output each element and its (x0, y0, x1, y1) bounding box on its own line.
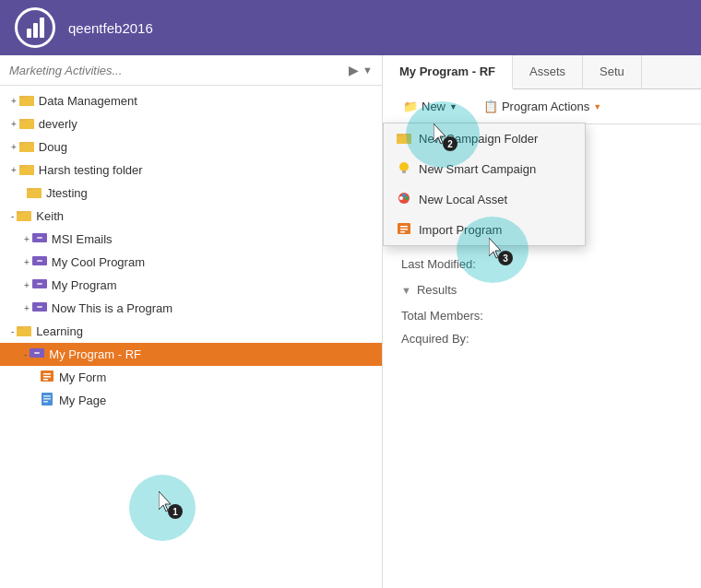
program-actions-button[interactable]: 📋 Program Actions ▼ (474, 95, 611, 118)
tree-folder-icon (19, 93, 34, 109)
search-input[interactable] (9, 64, 343, 77)
results-label: Results (417, 283, 457, 297)
tree-folder-icon (27, 185, 42, 201)
program-actions-dropdown-icon: ▼ (593, 102, 601, 112)
tree-item-label: Data Management (39, 94, 137, 108)
svg-rect-1 (19, 96, 26, 99)
svg-rect-15 (37, 260, 42, 262)
logo (15, 7, 55, 48)
svg-rect-23 (34, 352, 40, 354)
menu-item-label: New Local Asset (419, 193, 507, 206)
tree-folder-icon (19, 116, 34, 132)
svg-rect-3 (19, 119, 26, 122)
tree-item[interactable]: +Doug (0, 135, 382, 159)
tree-expand-icon: + (24, 280, 30, 290)
search-submit-icon[interactable]: ▶ (349, 63, 359, 77)
tree-item[interactable]: +deverly (0, 112, 382, 135)
menu-item-label: New Campaign Folder (419, 132, 538, 146)
tab-setup[interactable]: Setu (583, 55, 642, 88)
tree-folder-icon (32, 300, 47, 316)
tree-item[interactable]: +Harsh testing folder (0, 159, 382, 182)
menu-item-4[interactable]: Import Program (384, 215, 585, 245)
field-label: Total Members: (401, 309, 512, 323)
svg-rect-42 (400, 229, 408, 230)
menu-item-label: Import Program (419, 223, 502, 237)
results-fields: Total Members:Acquired By: (401, 304, 683, 350)
tree-item-label: Learning (36, 324, 83, 338)
svg-rect-27 (43, 379, 48, 381)
logo-icon (27, 18, 44, 38)
tree-folder-icon (40, 393, 54, 408)
tree-folder-icon (19, 162, 34, 178)
search-icons: ▶ ▼ (349, 63, 373, 77)
new-menu: New Campaign FolderNew Smart CampaignNew… (383, 123, 586, 246)
svg-rect-21 (17, 326, 23, 329)
tab-assets[interactable]: Assets (513, 55, 583, 88)
new-button[interactable]: 📁 New ▼ (394, 95, 467, 118)
field-label: Last Modified: (401, 257, 512, 271)
tree-item[interactable]: +My Cool Program (0, 251, 382, 274)
tree-item[interactable]: +Data Management (0, 89, 382, 112)
tree-item-label: deverly (39, 117, 77, 131)
tree-expand-icon: + (11, 96, 17, 106)
svg-rect-7 (19, 165, 26, 168)
svg-rect-25 (43, 373, 51, 375)
tree-expand-icon: + (24, 234, 30, 244)
tree-item-label: My Cool Program (52, 255, 145, 269)
sidebar: ▶ ▼ +Data Management+deverly+Doug+Harsh … (0, 55, 383, 588)
tree-expand-icon: + (24, 257, 30, 267)
menu-item-label: New Smart Campaign (419, 162, 536, 176)
menu-item-2[interactable]: New Smart Campaign (384, 154, 585, 184)
menu-item-3[interactable]: New Local Asset (384, 184, 585, 215)
svg-rect-29 (43, 395, 51, 397)
tree-folder-icon (40, 370, 54, 385)
svg-rect-43 (400, 231, 405, 233)
tree-item[interactable]: +My Program (0, 274, 382, 297)
tree-item[interactable]: -My Program - RF (0, 343, 382, 366)
tree-folder-icon (32, 254, 47, 270)
svg-rect-13 (37, 237, 42, 239)
tree-item-label: Keith (36, 209, 64, 223)
field-label: Acquired By: (401, 332, 512, 346)
svg-rect-19 (37, 306, 42, 308)
tree-item-label: My Program (52, 278, 117, 292)
main-layout: ▶ ▼ +Data Management+deverly+Doug+Harsh … (0, 55, 701, 588)
svg-rect-26 (43, 376, 51, 378)
results-field-row: Acquired By: (401, 327, 683, 350)
tree-item[interactable]: +Now This is a Program (0, 297, 382, 320)
svg-rect-31 (43, 401, 48, 403)
app-header: qeentfeb2016 (0, 0, 701, 55)
tabs: My Program - RFAssetsSetu (383, 55, 701, 89)
tree-expand-icon: + (11, 142, 17, 152)
tree-item[interactable]: My Page (0, 389, 382, 412)
results-toggle-icon: ▼ (401, 285, 411, 296)
tree-item-label: Jtesting (46, 186, 88, 200)
tree-item[interactable]: +MSI Emails (0, 228, 382, 251)
tree-item-label: Doug (39, 140, 67, 154)
tree-item[interactable]: My Form (0, 366, 382, 389)
tree-expand-icon: - (11, 211, 14, 221)
tree-item[interactable]: -Learning (0, 320, 382, 343)
new-label: New (422, 100, 446, 113)
tree-item[interactable]: -Keith (0, 205, 382, 228)
tree-folder-icon (30, 347, 44, 362)
tab-program[interactable]: My Program - RF (383, 55, 513, 89)
tree-item[interactable]: Jtesting (0, 182, 382, 205)
settings-field-row: Last Modified: (401, 253, 683, 276)
menu-item-1[interactable]: New Campaign Folder (384, 123, 585, 154)
svg-rect-5 (19, 142, 26, 145)
results-section-header[interactable]: ▼ Results (401, 283, 683, 297)
svg-rect-17 (37, 283, 42, 285)
tree: +Data Management+deverly+Doug+Harsh test… (0, 86, 382, 588)
search-bar: ▶ ▼ (0, 55, 382, 86)
tree-folder-icon (32, 277, 47, 293)
menu-item-icon (397, 222, 411, 238)
new-dropdown-icon: ▼ (449, 102, 457, 112)
svg-rect-33 (397, 134, 403, 136)
tree-item-label: My Program - RF (49, 347, 141, 361)
search-dropdown-icon[interactable]: ▼ (362, 65, 373, 76)
tree-item-label: Now This is a Program (52, 301, 172, 315)
username: qeentfeb2016 (68, 20, 153, 36)
menu-item-icon (397, 192, 411, 207)
svg-point-39 (402, 194, 406, 197)
